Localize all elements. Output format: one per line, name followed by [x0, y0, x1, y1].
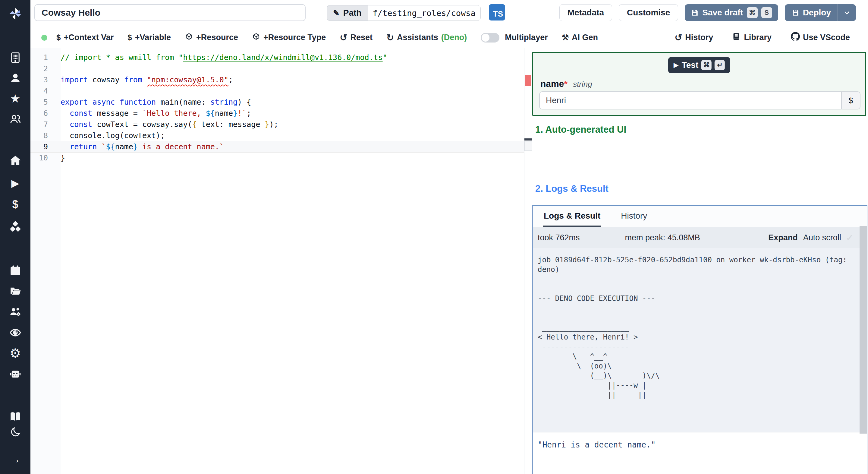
- kbd-cmd: ⌘: [747, 7, 758, 18]
- result-output[interactable]: "Henri is a decent name.": [533, 433, 867, 474]
- multiplayer-toggle-group: Multiplayer: [481, 33, 548, 42]
- sidebar-item-runs[interactable]: ▶: [0, 176, 30, 190]
- sidebar-item-user[interactable]: [0, 71, 30, 85]
- sidebar-item-settings[interactable]: ⚙: [0, 346, 30, 360]
- code-editor[interactable]: 1// import * as wmill from "https://deno…: [30, 48, 524, 474]
- sidebar-item-audit-logs[interactable]: [0, 326, 30, 339]
- code-lines[interactable]: 1// import * as wmill from "https://deno…: [30, 52, 524, 164]
- sidebar-item-robot[interactable]: [0, 367, 30, 381]
- path-chip[interactable]: ✎ Path f/testing_roles/cowsa: [327, 5, 481, 21]
- code-line-5[interactable]: 5export async function main(name: string…: [30, 96, 524, 108]
- indent-guide: [93, 107, 93, 152]
- sidebar-item-variables[interactable]: $: [0, 198, 30, 211]
- sidebar: ★ ▶ $: [0, 0, 30, 474]
- history-icon: ↺: [675, 32, 682, 43]
- deploy-dropdown-button[interactable]: [838, 4, 856, 21]
- test-button[interactable]: ▶ Test ⌘ ↵: [668, 57, 730, 73]
- floppy-icon: [691, 9, 699, 17]
- deploy-button[interactable]: Deploy: [785, 4, 838, 21]
- logs-scrollbar[interactable]: [860, 226, 867, 434]
- sidebar-item-groups[interactable]: [0, 112, 30, 126]
- sidebar-item-favorites[interactable]: ★: [0, 92, 30, 106]
- code-line-4[interactable]: 4: [30, 85, 524, 96]
- field-type: string: [573, 80, 592, 89]
- chevron-down-icon: [843, 9, 850, 16]
- customise-button[interactable]: Customise: [619, 4, 678, 21]
- error-marker: [525, 75, 531, 86]
- field-label: name*: [540, 79, 567, 89]
- code-line-6[interactable]: 6 const message = `Hello there, ${name}!…: [30, 108, 524, 119]
- multiplayer-toggle[interactable]: [481, 33, 499, 42]
- ruler-slider: [524, 141, 532, 151]
- multiplayer-label: Multiplayer: [505, 33, 548, 42]
- toolbar-item-use-vscode[interactable]: Use VScode: [791, 32, 850, 43]
- code-line-3[interactable]: 3import cowsay from "npm:cowsay@1.5.0";: [30, 74, 524, 85]
- kbd-enter: ↵: [715, 60, 725, 70]
- toolbar-item-library[interactable]: Library: [733, 32, 772, 43]
- code-line-10[interactable]: 10}: [30, 152, 524, 164]
- toolbar-left-items: $+Context Var$+Variable+Resource+Resourc…: [56, 32, 467, 43]
- sidebar-divider: [0, 139, 30, 139]
- deploy-split-button: Deploy: [785, 4, 856, 21]
- github-icon: [791, 32, 800, 43]
- toolbar-item-reset[interactable]: ↺Reset: [340, 32, 373, 43]
- insert-variable-button[interactable]: $: [841, 92, 860, 109]
- auto-scroll-toggle[interactable]: Auto scroll: [803, 233, 841, 242]
- expand-button[interactable]: Expand: [768, 233, 798, 242]
- editor-overview-ruler[interactable]: [524, 48, 532, 474]
- toolbar-item-history[interactable]: ↺History: [675, 32, 713, 43]
- toolbar-item--resource-type[interactable]: +Resource Type: [252, 32, 326, 43]
- windmill-script-editor: ★ ▶ $: [0, 0, 868, 474]
- code-line-7[interactable]: 7 const cowText = cowsay.say({ text: mes…: [30, 119, 524, 130]
- sidebar-item-resources[interactable]: [0, 220, 30, 234]
- sidebar-item-docs[interactable]: [0, 410, 30, 424]
- package-icon: [185, 32, 193, 43]
- floppy-icon: [792, 9, 799, 17]
- test-args-form: ▶ Test ⌘ ↵ name* string $: [532, 52, 866, 116]
- editor-toolbar: $+Context Var$+Variable+Resource+Resourc…: [30, 27, 868, 48]
- sidebar-item-home[interactable]: [0, 154, 30, 168]
- code-line-9[interactable]: 9 return `${name} is a decent name.`: [30, 141, 524, 152]
- undo-icon: ↺: [340, 32, 347, 43]
- sidebar-item-workers[interactable]: [0, 305, 30, 319]
- typescript-badge: TS: [489, 4, 505, 21]
- code-line-2[interactable]: 2: [30, 63, 524, 74]
- name-arg-input[interactable]: [540, 92, 841, 109]
- play-icon: ▶: [674, 61, 679, 69]
- toolbar-item--resource[interactable]: +Resource: [185, 32, 238, 43]
- refresh-icon: ↻: [386, 32, 394, 43]
- logs-result-box: Logs & Result History took 762ms mem pea…: [532, 205, 867, 474]
- section-auto-generated-ui: 1. Auto-generated UI: [535, 124, 626, 135]
- code-line-1[interactable]: 1// import * as wmill from "https://deno…: [30, 52, 524, 63]
- sidebar-item-dark-mode[interactable]: [0, 425, 30, 439]
- book-icon: [733, 32, 741, 43]
- ai-gen-button[interactable]: ⚒ AI Gen: [562, 33, 598, 42]
- pencil-icon: ✎: [333, 8, 340, 18]
- log-output[interactable]: job 0189d64f-812b-525e-f020-652bd9da1100…: [533, 248, 867, 432]
- logs-tabs: Logs & Result History: [533, 206, 867, 227]
- tab-logs-result[interactable]: Logs & Result: [543, 206, 601, 227]
- toolbar-item--variable[interactable]: $+Variable: [127, 33, 171, 42]
- path-value: f/testing_roles/cowsa: [367, 5, 480, 21]
- topbar: ✎ Path f/testing_roles/cowsa TS Metadata…: [30, 0, 868, 27]
- sidebar-item-schedules[interactable]: [0, 264, 30, 277]
- section-logs-result: 2. Logs & Result: [535, 183, 609, 194]
- script-title-input[interactable]: [34, 4, 306, 21]
- dollar-icon: $: [56, 33, 61, 42]
- save-draft-button[interactable]: Save draft ⌘ S: [685, 4, 778, 21]
- toolbar-right-items: ↺HistoryLibraryUse VScode: [675, 32, 850, 43]
- tools-icon: ⚒: [562, 33, 569, 42]
- tab-history[interactable]: History: [620, 206, 648, 227]
- run-stats: took 762ms mem peak: 45.08MB Expand Auto…: [533, 227, 867, 248]
- toolbar-item-assistants[interactable]: ↻Assistants (Deno): [386, 32, 467, 43]
- metadata-button[interactable]: Metadata: [559, 4, 612, 21]
- sidebar-item-workspace[interactable]: [0, 51, 30, 64]
- preview-panel: ▶ Test ⌘ ↵ name* string $ 1. Auto-genera…: [532, 48, 868, 474]
- code-line-8[interactable]: 8 console.log(cowText);: [30, 130, 524, 141]
- sidebar-item-folders[interactable]: [0, 284, 30, 298]
- sidebar-item-expand[interactable]: →: [0, 452, 30, 466]
- package-icon: [252, 32, 260, 43]
- kbd-cmd: ⌘: [701, 60, 712, 70]
- toolbar-item--context-var[interactable]: $+Context Var: [56, 33, 114, 42]
- windmill-logo-icon[interactable]: [0, 5, 30, 23]
